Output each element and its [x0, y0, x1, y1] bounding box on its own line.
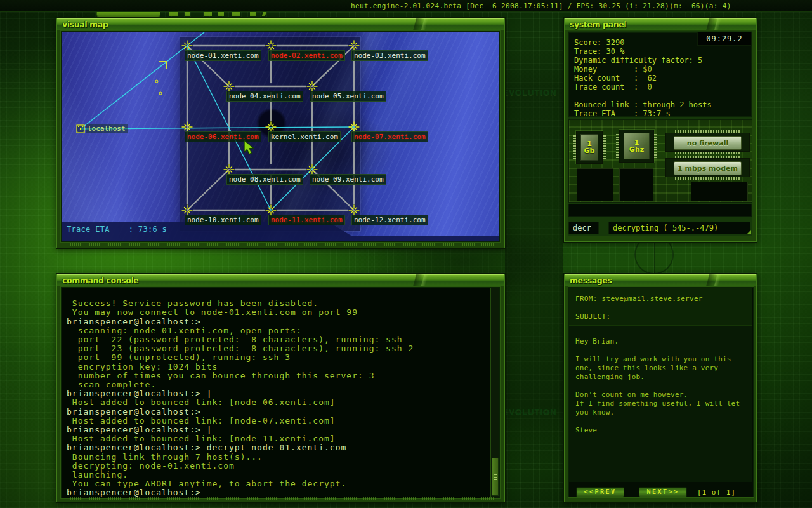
- system-stat-line: Hack count : 62: [574, 74, 751, 83]
- game-clock: 09:29.2: [697, 32, 752, 46]
- console-output-line: launching.: [67, 471, 487, 479]
- message-body-line: one, since this looks like a very: [575, 364, 752, 373]
- empty-hardware-slot: [691, 182, 748, 201]
- system-stat-line: Trace count : 0: [574, 83, 751, 91]
- system-stat-line: Trace ETA : 73:7 s: [574, 109, 751, 118]
- message-from-line: FROM: steve@mail.steve.server: [575, 295, 752, 303]
- empty-hardware-slot: [577, 168, 613, 201]
- message-meta-block: FROM: steve@mail.steve.server SUBJECT:: [569, 288, 752, 326]
- console-output-line: You can type ABORT anytime, to abort the…: [67, 479, 487, 488]
- firewall-badge: no firewall: [665, 133, 750, 152]
- command-console-header: command console: [57, 274, 504, 286]
- message-body-line: [575, 382, 752, 391]
- decrypt-status-readout: decrypting ( 545-.-479): [608, 222, 750, 234]
- system-stat-line: Money : $0: [574, 65, 751, 74]
- modem-badge-label: 1 mbps modem: [674, 161, 742, 175]
- console-prompt-line: brianspencer@localhost:>: [67, 408, 487, 417]
- console-output-line: Bouncing link through 7 host(s)...: [67, 453, 487, 462]
- crosshair-horizontal-line: [62, 65, 499, 65]
- resize-handle[interactable]: [747, 230, 751, 234]
- console-output-line: Host added to bounced link: [node-11.xen…: [67, 434, 487, 443]
- map-node-label[interactable]: node-09.xenti.com: [310, 174, 386, 185]
- console-output-line: Host added to bounced link: [node-06.xen…: [67, 398, 487, 407]
- console-prompt-line: brianspencer@localhost:> |: [67, 425, 487, 434]
- message-body-line: Hey Brian,: [575, 337, 752, 346]
- system-status-bar: [568, 204, 752, 217]
- message-body-line: [575, 346, 752, 355]
- message-pager: [1 of 1]: [697, 488, 736, 497]
- next-message-button[interactable]: NEXT>>: [639, 487, 687, 497]
- map-node-label[interactable]: node-01.xenti.com: [185, 50, 261, 61]
- console-output-line: port 22 (password protected: 8 character…: [67, 335, 487, 344]
- cpu-chip-icon: 1Ghz: [619, 130, 654, 163]
- console-output-line: Host added to bounced link: [node-07.xen…: [67, 417, 487, 425]
- system-stat-line: Bounced link : through 2 hosts: [574, 100, 751, 109]
- firewall-badge-label: no firewall: [674, 136, 742, 150]
- console-prompt-line: brianspencer@localhost:> |: [67, 389, 487, 398]
- console-output-line: scanning: node-01.xenti.com, open ports:: [67, 326, 487, 335]
- message-body-line: I will try and work with you on this: [575, 355, 752, 364]
- modem-badge: 1 mbps modem: [665, 158, 750, 177]
- message-body: Hey Brian, I will try and work with you …: [569, 326, 752, 482]
- command-console-title: command console: [57, 274, 504, 286]
- panel-grille-decoration: [63, 243, 499, 246]
- system-panel-title: system panel: [565, 18, 756, 30]
- system-stat-line: [574, 91, 751, 100]
- map-node-label[interactable]: node-02.xenti.com: [268, 50, 345, 61]
- decrypt-tool-tab[interactable]: decr: [568, 222, 599, 234]
- message-body-line: Don't count on me however.: [575, 391, 752, 399]
- mouse-cursor-icon: [242, 140, 254, 155]
- map-node-label[interactable]: node-07.xenti.com: [351, 131, 428, 142]
- map-node-label[interactable]: node-11.xenti.com: [268, 215, 345, 225]
- visual-map-panel: visual map Trace ETA : 73:6 s node-01.xe…: [56, 17, 506, 249]
- system-stat-line: Dynamic difficulty factor: 5: [574, 56, 751, 65]
- map-trace-eta-text: Trace ETA : 73:6 s: [67, 225, 167, 234]
- message-body-line: [575, 417, 752, 426]
- message-nav-row: <<PREV NEXT>> [1 of 1]: [569, 482, 752, 497]
- console-scrollbar-track[interactable]: [490, 288, 499, 498]
- message-body-line: you know.: [575, 408, 752, 417]
- map-node-label[interactable]: node-12.xenti.com: [351, 215, 428, 225]
- console-output-line: port 99 (unprotected), running: ssh-3: [67, 353, 487, 362]
- console-output-line: encryption key: 1024 bits: [67, 363, 487, 371]
- map-node-label[interactable]: node-08.xenti.com: [226, 174, 303, 185]
- console-output-line: number of times you can bounce through t…: [67, 371, 487, 380]
- console-output-line: decrypting: node-01.xenti.com: [67, 462, 487, 471]
- map-node-label[interactable]: node-04.xenti.com: [226, 91, 303, 102]
- message-body-line: challenging job.: [575, 373, 752, 382]
- crosshair-box: [159, 61, 167, 69]
- visual-map-viewport[interactable]: Trace ETA : 73:6 s node-01.xenti.comnode…: [61, 31, 500, 242]
- memory-chip-icon: 1Gb: [576, 131, 603, 164]
- console-lines[interactable]: --- Success! Service password has been d…: [62, 288, 499, 498]
- message-body-line: Steve: [575, 426, 752, 435]
- system-panel: system panel Score: 3290Trace: 30 %Dynam…: [563, 17, 757, 243]
- command-console-panel: command console --- Success! Service pas…: [56, 273, 506, 503]
- console-output-line: scan complete.: [67, 380, 487, 389]
- console-output-line: ---: [67, 290, 487, 299]
- system-stat-line: Trace: 30 %: [574, 47, 751, 56]
- visual-map-header: visual map: [57, 18, 504, 30]
- messages-panel: messages FROM: steve@mail.steve.server S…: [563, 273, 757, 503]
- empty-hardware-slot: [619, 168, 653, 201]
- memory-chip-label: 1Gb: [580, 134, 598, 161]
- map-node-label[interactable]: node-05.xenti.com: [310, 91, 386, 102]
- messages-body: FROM: steve@mail.steve.server SUBJECT: H…: [568, 287, 754, 497]
- console-prompt-line: brianspencer@localhost:> decrypt node-01…: [67, 443, 487, 452]
- system-panel-header: system panel: [565, 18, 756, 30]
- map-node-label[interactable]: node-10.xenti.com: [185, 215, 261, 225]
- visual-map-title: visual map: [57, 18, 504, 30]
- prev-message-button[interactable]: <<PREV: [576, 487, 624, 497]
- map-localhost-label[interactable]: localhost: [86, 124, 128, 133]
- message-body-line: If I find something useful, I will let: [575, 399, 752, 408]
- command-console-body[interactable]: --- Success! Service password has been d…: [61, 287, 500, 498]
- map-node-label[interactable]: kernel.xenti.com: [268, 131, 341, 142]
- message-subject-line: SUBJECT:: [575, 312, 752, 321]
- messages-header: messages: [565, 274, 756, 286]
- console-output-line: Success! Service password has been disab…: [67, 299, 487, 308]
- engine-status-text: heut.engine-2.01.024.beta [Dec 6 2008.17…: [351, 2, 731, 10]
- map-node-label[interactable]: node-03.xenti.com: [351, 50, 428, 61]
- console-output-line: You may now connect to node-01.xenti.com…: [67, 308, 487, 317]
- console-scrollbar-thumb[interactable]: [492, 458, 499, 496]
- scrollbar-grip-icon: [494, 473, 497, 480]
- messages-title: messages: [565, 274, 756, 286]
